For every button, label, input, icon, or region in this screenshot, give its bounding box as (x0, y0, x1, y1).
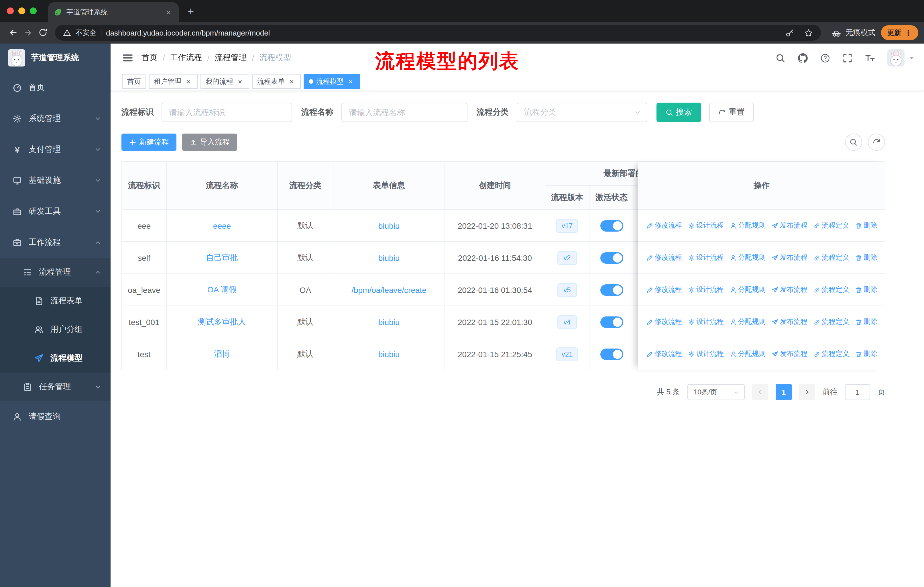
active-toggle[interactable] (600, 348, 623, 360)
page-size-select[interactable]: 10条/页 (687, 384, 745, 400)
active-toggle[interactable] (600, 316, 623, 327)
delete-action[interactable]: 删除 (855, 317, 877, 327)
bookmark-star-icon[interactable] (804, 28, 813, 37)
breadcrumb-item[interactable]: 工作流程 (170, 53, 202, 63)
active-toggle[interactable] (600, 252, 623, 263)
tag-close-icon[interactable]: × (287, 77, 295, 86)
back-icon[interactable] (6, 25, 21, 40)
breadcrumb-item[interactable]: 首页 (142, 53, 158, 63)
current-page-button[interactable]: 1 (776, 384, 792, 400)
assign-action[interactable]: 分配规则 (729, 221, 766, 230)
definition-action[interactable]: 流程定义 (813, 349, 849, 359)
security-label[interactable]: 不安全 (76, 28, 96, 38)
tag-item[interactable]: 租户管理× (149, 74, 198, 89)
tag-close-icon[interactable]: × (346, 77, 355, 86)
process-name-link[interactable]: OA 请假 (207, 284, 237, 294)
design-action[interactable]: 设计流程 (688, 253, 724, 263)
definition-action[interactable]: 流程定义 (813, 285, 849, 294)
process-name-input[interactable] (342, 103, 467, 122)
sidebar-item-workflow[interactable]: 工作流程 (0, 227, 111, 258)
sidebar-item-home[interactable]: 首页 (0, 72, 111, 103)
tag-item[interactable]: 流程模型× (304, 74, 360, 89)
sidebar-item-process-manage[interactable]: 流程管理 (0, 258, 111, 287)
delete-action[interactable]: 删除 (855, 253, 877, 263)
import-process-button[interactable]: 导入流程 (182, 134, 237, 151)
process-name-link[interactable]: 自己审批 (206, 253, 238, 262)
sidebar-logo[interactable]: 芋道管理系统 (0, 43, 111, 72)
process-name-link[interactable]: eeee (213, 221, 231, 230)
help-icon[interactable] (820, 53, 830, 63)
design-action[interactable]: 设计流程 (688, 317, 724, 327)
delete-action[interactable]: 删除 (855, 285, 877, 294)
browser-tab[interactable]: 芋道管理系统 × (48, 2, 179, 22)
publish-action[interactable]: 发布流程 (771, 349, 807, 359)
sidebar-item-infra[interactable]: 基础设施 (0, 165, 111, 196)
toggle-search-button[interactable] (845, 134, 862, 151)
sidebar-item-system[interactable]: 系统管理 (0, 103, 111, 134)
url-text[interactable]: dashboard.yudao.iocoder.cn/bpm/manager/m… (106, 28, 775, 37)
process-name-link[interactable]: 测试多审批人 (198, 317, 246, 326)
form-info-link[interactable]: /bpm/oa/leave/create (351, 285, 426, 294)
assign-action[interactable]: 分配规则 (729, 285, 766, 294)
design-action[interactable]: 设计流程 (688, 221, 724, 230)
close-window-button[interactable] (7, 7, 14, 14)
form-info-link[interactable]: biubiu (378, 317, 400, 326)
active-toggle[interactable] (600, 284, 623, 296)
process-id-input[interactable] (162, 103, 292, 122)
password-key-icon[interactable] (785, 28, 794, 37)
browser-update-button[interactable]: 更新 ⋮ (881, 25, 918, 40)
design-action[interactable]: 设计流程 (688, 285, 724, 294)
process-name-link[interactable]: 滔博 (214, 349, 230, 358)
assign-action[interactable]: 分配规则 (729, 317, 766, 327)
user-menu[interactable] (887, 49, 915, 66)
search-icon[interactable] (776, 53, 785, 63)
next-page-button[interactable] (799, 384, 815, 400)
design-action[interactable]: 设计流程 (688, 349, 724, 359)
create-process-button[interactable]: 新建流程 (121, 134, 177, 151)
sidebar-item-task-manage[interactable]: 任务管理 (0, 373, 111, 401)
form-info-link[interactable]: biubiu (378, 253, 400, 262)
modify-action[interactable]: 修改流程 (646, 317, 682, 327)
sidebar-item-payment[interactable]: ¥支付管理 (0, 134, 111, 165)
sidebar-item-process-form[interactable]: 流程表单 (0, 287, 111, 315)
definition-action[interactable]: 流程定义 (813, 253, 849, 263)
assign-action[interactable]: 分配规则 (729, 253, 766, 263)
sidebar-item-process-model[interactable]: 流程模型 (0, 344, 111, 373)
delete-action[interactable]: 删除 (855, 349, 877, 359)
publish-action[interactable]: 发布流程 (771, 317, 807, 327)
forward-icon[interactable] (21, 25, 36, 40)
publish-action[interactable]: 发布流程 (771, 285, 807, 294)
tag-item[interactable]: 我的流程× (201, 74, 249, 89)
github-icon[interactable] (798, 53, 808, 63)
publish-action[interactable]: 发布流程 (771, 253, 807, 263)
new-tab-button[interactable]: + (183, 4, 198, 19)
modify-action[interactable]: 修改流程 (646, 349, 682, 359)
active-toggle[interactable] (600, 220, 623, 231)
definition-action[interactable]: 流程定义 (813, 317, 849, 327)
refresh-table-button[interactable] (868, 134, 885, 151)
goto-page-input[interactable] (845, 384, 870, 400)
fullscreen-icon[interactable] (843, 53, 852, 63)
modify-action[interactable]: 修改流程 (646, 253, 682, 263)
url-bar[interactable]: 不安全 dashboard.yudao.iocoder.cn/bpm/manag… (55, 25, 821, 41)
modify-action[interactable]: 修改流程 (646, 221, 682, 230)
minimize-window-button[interactable] (18, 7, 25, 14)
tag-item[interactable]: 首页 (122, 74, 146, 89)
prev-page-button[interactable] (752, 384, 768, 400)
font-size-icon[interactable] (865, 53, 875, 63)
definition-action[interactable]: 流程定义 (813, 221, 849, 230)
sidebar-collapse-icon[interactable] (122, 52, 134, 64)
kebab-menu-icon[interactable]: ⋮ (904, 28, 912, 37)
assign-action[interactable]: 分配规则 (729, 349, 766, 359)
publish-action[interactable]: 发布流程 (771, 221, 807, 230)
search-button[interactable]: 搜索 (657, 103, 701, 122)
form-info-link[interactable]: biubiu (378, 221, 400, 230)
zoom-window-button[interactable] (30, 7, 37, 14)
form-info-link[interactable]: biubiu (378, 349, 400, 359)
reload-icon[interactable] (36, 25, 50, 40)
sidebar-item-leave-query[interactable]: 请假查询 (0, 401, 111, 432)
delete-action[interactable]: 删除 (855, 221, 877, 230)
modify-action[interactable]: 修改流程 (646, 285, 682, 294)
tab-close-icon[interactable]: × (164, 7, 173, 17)
sidebar-item-user-group[interactable]: 用户分组 (0, 315, 111, 344)
